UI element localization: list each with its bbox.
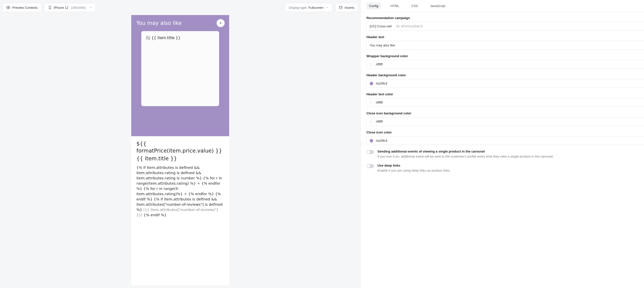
wrapper-bg-input[interactable]: #ffffff [366,60,644,69]
display-type-value: Fullscreen [308,6,324,10]
header-text-value: You may also like [370,43,395,47]
rec-header: You may also like {{ item.title }} [131,15,229,136]
code-tabs: Config HTML CSS JavaScript [361,0,644,12]
color-swatch [370,120,373,123]
header-text-color-value: #ffffff [376,101,383,104]
broken-image-icon [146,36,150,40]
field-wrapper-bg: Wrapper background color #ffffff [366,54,644,69]
field-label: Recommendation campaign [366,16,644,20]
toggle-switch[interactable] [366,150,374,154]
preview-area: You may also like {{ item.title }} ${{ f… [0,15,361,288]
tab-config[interactable]: Config [366,3,381,9]
toggle-additional-events: Sending additional events of viewing a s… [366,150,644,159]
field-label: Header background color [366,73,644,77]
star-icon: ★ [197,181,200,185]
field-recommendation-campaign: Recommendation campaign [UC] Cross-sell … [366,16,644,31]
header-text-input[interactable]: You may also like [366,41,644,50]
toggle-text: Use deep links Enable if you are using d… [377,164,451,173]
header-bg-input[interactable]: #a28fc4 [366,79,644,88]
field-header-bg: Header background color #a28fc4 [366,73,644,88]
close-bg-input[interactable]: #ffffff [366,117,644,126]
toggle-deep-links: Use deep links Enable if you are using d… [366,164,644,173]
tab-html[interactable]: HTML [388,3,402,9]
rec-campaign-value: [UC] Cross-sell [370,24,392,28]
image-alt-text: {{ item.title }} [151,36,180,40]
toggle-desc: Enable if you are using deep links as pr… [377,168,451,173]
chevron-down-icon [326,6,329,9]
display-type-label: Display type: [289,6,307,10]
star-icon: ★ [184,192,187,196]
field-label: Close icon color [366,130,644,134]
field-label: Close icon background color [366,111,644,115]
rec-template-code: {% if item.attributes is defined && item… [136,165,224,218]
wrapper-bg-value: #ffffff [376,62,383,66]
phone-icon [48,6,52,10]
tab-css[interactable]: CSS [409,3,421,9]
rec-image-card: {{ item.title }} [141,31,219,106]
toggle-desc: If you turn it on, additional event will… [377,154,554,159]
inserts-icon [339,6,343,9]
preview-contexts-label: Preview Contexts [12,6,38,10]
inserts-button[interactable]: Inserts [335,3,358,12]
preview-pane: Preview Contexts iPhone 12 (390x844) Dis… [0,0,361,288]
field-label: Header text color [366,92,644,96]
close-color-value: #a28fc4 [376,139,387,142]
color-swatch [370,139,373,142]
rec-campaign-select[interactable]: [UC] Cross-sell ID: bFiHIJu2SdCS [366,22,644,31]
device-select-button[interactable]: iPhone 12 (390x844) [44,3,96,12]
close-icon [219,22,222,25]
resize-handle[interactable]: ⋮⋮ [359,142,364,146]
broken-image-placeholder: {{ item.title }} [146,36,180,40]
tab-javascript[interactable]: JavaScript [428,3,448,9]
config-form: Recommendation campaign [UC] Cross-sell … [361,12,644,288]
app-root: Preview Contexts iPhone 12 (390x844) Dis… [0,0,644,288]
rec-body: ${{ formatPrice(item.price.value) }} {{ … [131,136,229,222]
toggle-text: Sending additional events of viewing a s… [377,150,554,159]
config-pane: ⋮⋮ Config HTML CSS JavaScript Recommenda… [361,0,644,288]
field-close-color: Close icon color #a28fc4 [366,130,644,145]
rec-price-expr: ${{ formatPrice(item.price.value) }} [136,140,224,155]
header-text-color-input[interactable]: #ffffff [366,98,644,107]
toggle-switch[interactable] [366,164,374,168]
toggle-title: Use deep links [377,164,451,167]
field-label: Wrapper background color [366,54,644,58]
device-dims: (390x844) [71,6,86,10]
preview-contexts-button[interactable]: Preview Contexts [3,3,41,12]
inserts-label: Inserts [345,6,354,10]
chevron-down-icon [89,6,92,9]
rec-title-expr: {{ item.title }} [136,156,224,162]
toggle-title: Sending additional events of viewing a s… [377,150,554,153]
color-swatch [370,101,373,104]
field-label: Header text [366,35,644,39]
header-bg-value: #a28fc4 [376,82,387,85]
field-close-bg: Close icon background color #ffffff [366,111,644,126]
color-swatch [370,63,373,66]
rec-header-title: You may also like [136,20,224,26]
device-frame: You may also like {{ item.title }} ${{ f… [131,15,229,285]
close-bg-value: #ffffff [376,120,383,123]
rec-campaign-id: ID: bFiHIJu2SdCS [396,24,423,28]
display-type-select[interactable]: Display type: Fullscreen [285,3,332,12]
field-header-text-color: Header text color #ffffff [366,92,644,107]
color-swatch [370,82,373,85]
device-name: iPhone 12 [54,6,69,10]
close-color-input[interactable]: #a28fc4 [366,136,644,145]
svg-rect-3 [340,6,342,9]
field-header-text: Header text You may also like [366,35,644,50]
eye-icon [6,6,10,10]
preview-toolbar: Preview Contexts iPhone 12 (390x844) Dis… [0,0,361,15]
svg-point-0 [8,7,9,8]
tpl-part: {% endif %} [144,213,167,217]
